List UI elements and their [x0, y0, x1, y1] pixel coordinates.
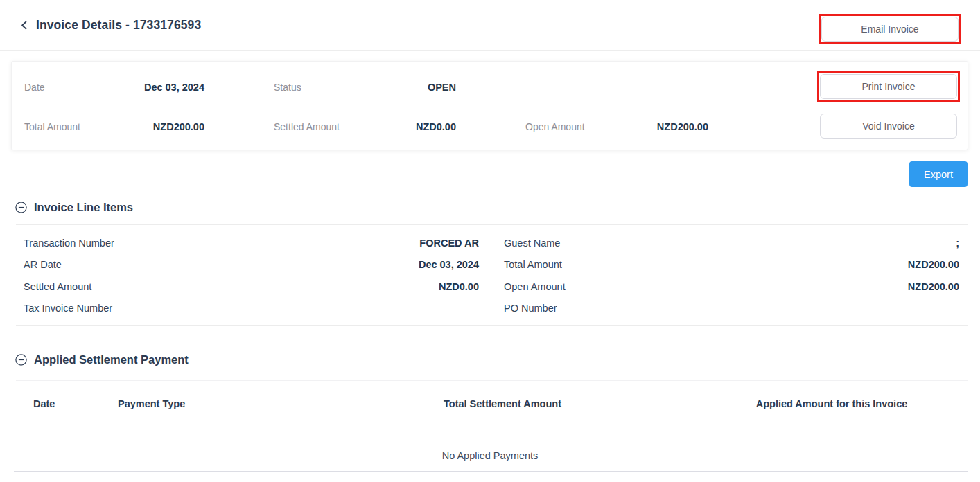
- field-label: Tax Invoice Number: [24, 303, 112, 314]
- chevron-left-icon: [19, 20, 30, 30]
- field-value: NZD200.00: [657, 121, 708, 132]
- li-field-open-amount: Open Amount NZD200.00: [504, 276, 959, 298]
- field-label: Total Amount: [504, 259, 562, 270]
- line-items-left-column: Transaction Number FORCED AR AR Date Dec…: [24, 232, 479, 319]
- field-value: NZD200.00: [908, 259, 959, 270]
- summary-field-date: Date Dec 03, 2024: [24, 74, 204, 100]
- field-label: Date: [24, 82, 45, 93]
- field-value: NZD200.00: [153, 121, 204, 132]
- field-value: NZD200.00: [908, 281, 959, 292]
- field-label: Open Amount: [504, 281, 566, 292]
- field-label: AR Date: [24, 259, 62, 270]
- void-invoice-button[interactable]: Void Invoice: [820, 114, 957, 139]
- payments-table-header: Date Payment Type Total Settlement Amoun…: [24, 381, 956, 420]
- field-value: NZD0.00: [439, 281, 479, 292]
- print-invoice-button[interactable]: Print Invoice: [820, 74, 957, 99]
- field-label: PO Number: [504, 303, 557, 314]
- field-label: Transaction Number: [24, 238, 114, 249]
- field-value: Dec 03, 2024: [419, 259, 479, 270]
- column-header-payment-type: Payment Type: [118, 398, 298, 409]
- back-button[interactable]: [19, 20, 30, 30]
- line-items-grid: Transaction Number FORCED AR AR Date Dec…: [0, 225, 980, 325]
- summary-field-total-amount: Total Amount NZD200.00: [24, 114, 204, 140]
- invoice-summary-card: Date Dec 03, 2024 Status OPEN Total Amou…: [11, 61, 968, 150]
- column-header-total-settlement-amount: Total Settlement Amount: [298, 398, 707, 409]
- export-row: Export: [0, 161, 980, 187]
- field-value: Dec 03, 2024: [144, 82, 204, 93]
- field-label: Open Amount: [525, 121, 585, 132]
- circle-minus-icon[interactable]: [15, 202, 27, 213]
- section-title: Applied Settlement Payment: [34, 353, 189, 366]
- summary-field-settled-amount: Settled Amount NZD0.00: [274, 114, 456, 140]
- field-label: Total Amount: [24, 121, 80, 132]
- li-field-po-number: PO Number: [504, 298, 959, 320]
- li-field-transaction-number: Transaction Number FORCED AR: [24, 232, 479, 254]
- page-header: Invoice Details - 1733176593 Email Invoi…: [0, 0, 980, 51]
- circle-minus-icon[interactable]: [15, 354, 27, 366]
- void-invoice-wrap: Void Invoice: [820, 114, 957, 139]
- section-title: Invoice Line Items: [34, 201, 133, 214]
- email-invoice-button[interactable]: Email Invoice: [821, 17, 959, 42]
- li-field-guest-name: Guest Name ;: [504, 232, 959, 254]
- print-invoice-highlight: Print Invoice: [817, 71, 960, 102]
- field-value: NZD0.00: [416, 121, 456, 132]
- summary-field-spacer: [525, 74, 708, 100]
- no-applied-payments-message: No Applied Payments: [0, 420, 980, 471]
- li-field-total-amount: Total Amount NZD200.00: [504, 254, 959, 276]
- page-title: Invoice Details - 1733176593: [36, 18, 201, 33]
- li-field-tax-invoice-number: Tax Invoice Number: [24, 298, 479, 320]
- email-invoice-highlight: Email Invoice: [819, 14, 961, 44]
- line-items-right-column: Guest Name ; Total Amount NZD200.00 Open…: [504, 232, 959, 319]
- li-field-settled-amount: Settled Amount NZD0.00: [24, 276, 479, 298]
- field-label: Settled Amount: [274, 121, 340, 132]
- column-header-date: Date: [33, 398, 118, 409]
- field-label: Status: [274, 82, 301, 93]
- line-items-section-header: Invoice Line Items: [0, 199, 980, 215]
- applied-settlement-section-header: Applied Settlement Payment: [0, 351, 980, 368]
- field-label: Guest Name: [504, 238, 560, 249]
- summary-field-open-amount: Open Amount NZD200.00: [525, 114, 708, 140]
- export-button[interactable]: Export: [909, 161, 968, 187]
- status-badge: OPEN: [428, 82, 456, 93]
- field-label: Settled Amount: [24, 281, 91, 292]
- divider: [14, 471, 968, 472]
- field-value: FORCED AR: [419, 238, 479, 249]
- divider: [16, 325, 968, 326]
- summary-field-status: Status OPEN: [274, 74, 456, 100]
- column-header-applied-amount: Applied Amount for this Invoice: [707, 398, 956, 409]
- li-field-ar-date: AR Date Dec 03, 2024: [24, 254, 479, 276]
- field-value: ;: [956, 238, 959, 249]
